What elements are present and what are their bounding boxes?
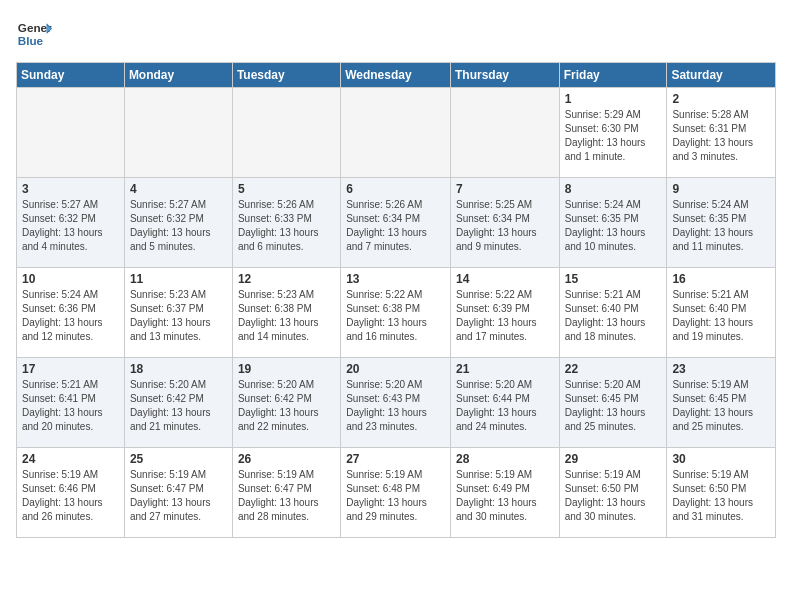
calendar-cell: 2Sunrise: 5:28 AM Sunset: 6:31 PM Daylig… [667,88,776,178]
day-info: Sunrise: 5:21 AM Sunset: 6:41 PM Dayligh… [22,378,119,434]
day-number: 27 [346,452,445,466]
calendar-cell: 19Sunrise: 5:20 AM Sunset: 6:42 PM Dayli… [232,358,340,448]
col-header-saturday: Saturday [667,63,776,88]
day-info: Sunrise: 5:25 AM Sunset: 6:34 PM Dayligh… [456,198,554,254]
calendar-cell: 3Sunrise: 5:27 AM Sunset: 6:32 PM Daylig… [17,178,125,268]
day-number: 6 [346,182,445,196]
calendar-cell: 6Sunrise: 5:26 AM Sunset: 6:34 PM Daylig… [341,178,451,268]
day-number: 22 [565,362,662,376]
day-number: 18 [130,362,227,376]
calendar-cell: 7Sunrise: 5:25 AM Sunset: 6:34 PM Daylig… [450,178,559,268]
day-info: Sunrise: 5:19 AM Sunset: 6:46 PM Dayligh… [22,468,119,524]
calendar-cell: 12Sunrise: 5:23 AM Sunset: 6:38 PM Dayli… [232,268,340,358]
day-number: 29 [565,452,662,466]
col-header-tuesday: Tuesday [232,63,340,88]
calendar-cell: 17Sunrise: 5:21 AM Sunset: 6:41 PM Dayli… [17,358,125,448]
day-info: Sunrise: 5:20 AM Sunset: 6:43 PM Dayligh… [346,378,445,434]
day-info: Sunrise: 5:27 AM Sunset: 6:32 PM Dayligh… [130,198,227,254]
calendar-cell: 25Sunrise: 5:19 AM Sunset: 6:47 PM Dayli… [124,448,232,538]
day-number: 24 [22,452,119,466]
day-number: 25 [130,452,227,466]
day-info: Sunrise: 5:28 AM Sunset: 6:31 PM Dayligh… [672,108,770,164]
day-number: 8 [565,182,662,196]
day-info: Sunrise: 5:26 AM Sunset: 6:33 PM Dayligh… [238,198,335,254]
logo: General Blue [16,16,52,52]
day-number: 28 [456,452,554,466]
col-header-thursday: Thursday [450,63,559,88]
col-header-sunday: Sunday [17,63,125,88]
calendar-cell: 23Sunrise: 5:19 AM Sunset: 6:45 PM Dayli… [667,358,776,448]
day-info: Sunrise: 5:20 AM Sunset: 6:45 PM Dayligh… [565,378,662,434]
calendar-cell: 26Sunrise: 5:19 AM Sunset: 6:47 PM Dayli… [232,448,340,538]
day-info: Sunrise: 5:21 AM Sunset: 6:40 PM Dayligh… [672,288,770,344]
calendar-cell [17,88,125,178]
day-number: 19 [238,362,335,376]
calendar-cell: 22Sunrise: 5:20 AM Sunset: 6:45 PM Dayli… [559,358,667,448]
calendar-cell: 13Sunrise: 5:22 AM Sunset: 6:38 PM Dayli… [341,268,451,358]
calendar-cell [450,88,559,178]
day-number: 13 [346,272,445,286]
day-number: 30 [672,452,770,466]
calendar-cell [341,88,451,178]
calendar-cell [232,88,340,178]
day-info: Sunrise: 5:19 AM Sunset: 6:47 PM Dayligh… [238,468,335,524]
day-number: 5 [238,182,335,196]
day-info: Sunrise: 5:19 AM Sunset: 6:49 PM Dayligh… [456,468,554,524]
calendar-cell: 8Sunrise: 5:24 AM Sunset: 6:35 PM Daylig… [559,178,667,268]
calendar-week-row: 24Sunrise: 5:19 AM Sunset: 6:46 PM Dayli… [17,448,776,538]
calendar-cell: 18Sunrise: 5:20 AM Sunset: 6:42 PM Dayli… [124,358,232,448]
calendar-header-row: SundayMondayTuesdayWednesdayThursdayFrid… [17,63,776,88]
day-info: Sunrise: 5:26 AM Sunset: 6:34 PM Dayligh… [346,198,445,254]
calendar-cell: 28Sunrise: 5:19 AM Sunset: 6:49 PM Dayli… [450,448,559,538]
day-number: 20 [346,362,445,376]
day-info: Sunrise: 5:23 AM Sunset: 6:37 PM Dayligh… [130,288,227,344]
col-header-friday: Friday [559,63,667,88]
calendar-week-row: 10Sunrise: 5:24 AM Sunset: 6:36 PM Dayli… [17,268,776,358]
day-number: 16 [672,272,770,286]
day-number: 1 [565,92,662,106]
day-number: 14 [456,272,554,286]
day-number: 4 [130,182,227,196]
day-number: 26 [238,452,335,466]
day-number: 3 [22,182,119,196]
day-info: Sunrise: 5:23 AM Sunset: 6:38 PM Dayligh… [238,288,335,344]
calendar-week-row: 1Sunrise: 5:29 AM Sunset: 6:30 PM Daylig… [17,88,776,178]
day-number: 15 [565,272,662,286]
calendar-cell: 14Sunrise: 5:22 AM Sunset: 6:39 PM Dayli… [450,268,559,358]
calendar-cell: 15Sunrise: 5:21 AM Sunset: 6:40 PM Dayli… [559,268,667,358]
calendar-cell: 10Sunrise: 5:24 AM Sunset: 6:36 PM Dayli… [17,268,125,358]
calendar-cell [124,88,232,178]
calendar-cell: 21Sunrise: 5:20 AM Sunset: 6:44 PM Dayli… [450,358,559,448]
logo-icon: General Blue [16,16,52,52]
calendar-cell: 5Sunrise: 5:26 AM Sunset: 6:33 PM Daylig… [232,178,340,268]
svg-text:Blue: Blue [18,34,44,47]
calendar-cell: 24Sunrise: 5:19 AM Sunset: 6:46 PM Dayli… [17,448,125,538]
calendar-cell: 11Sunrise: 5:23 AM Sunset: 6:37 PM Dayli… [124,268,232,358]
day-info: Sunrise: 5:21 AM Sunset: 6:40 PM Dayligh… [565,288,662,344]
day-info: Sunrise: 5:20 AM Sunset: 6:44 PM Dayligh… [456,378,554,434]
calendar-cell: 20Sunrise: 5:20 AM Sunset: 6:43 PM Dayli… [341,358,451,448]
day-info: Sunrise: 5:20 AM Sunset: 6:42 PM Dayligh… [130,378,227,434]
day-info: Sunrise: 5:24 AM Sunset: 6:35 PM Dayligh… [565,198,662,254]
day-info: Sunrise: 5:19 AM Sunset: 6:50 PM Dayligh… [672,468,770,524]
day-info: Sunrise: 5:19 AM Sunset: 6:48 PM Dayligh… [346,468,445,524]
day-info: Sunrise: 5:22 AM Sunset: 6:39 PM Dayligh… [456,288,554,344]
day-info: Sunrise: 5:20 AM Sunset: 6:42 PM Dayligh… [238,378,335,434]
calendar-cell: 4Sunrise: 5:27 AM Sunset: 6:32 PM Daylig… [124,178,232,268]
day-info: Sunrise: 5:19 AM Sunset: 6:47 PM Dayligh… [130,468,227,524]
day-info: Sunrise: 5:19 AM Sunset: 6:45 PM Dayligh… [672,378,770,434]
day-number: 9 [672,182,770,196]
calendar-cell: 27Sunrise: 5:19 AM Sunset: 6:48 PM Dayli… [341,448,451,538]
day-number: 17 [22,362,119,376]
page-header: General Blue [16,16,776,52]
col-header-wednesday: Wednesday [341,63,451,88]
calendar-cell: 1Sunrise: 5:29 AM Sunset: 6:30 PM Daylig… [559,88,667,178]
calendar-cell: 29Sunrise: 5:19 AM Sunset: 6:50 PM Dayli… [559,448,667,538]
day-info: Sunrise: 5:19 AM Sunset: 6:50 PM Dayligh… [565,468,662,524]
calendar-cell: 30Sunrise: 5:19 AM Sunset: 6:50 PM Dayli… [667,448,776,538]
day-number: 21 [456,362,554,376]
day-number: 2 [672,92,770,106]
calendar-week-row: 3Sunrise: 5:27 AM Sunset: 6:32 PM Daylig… [17,178,776,268]
calendar-week-row: 17Sunrise: 5:21 AM Sunset: 6:41 PM Dayli… [17,358,776,448]
calendar-table: SundayMondayTuesdayWednesdayThursdayFrid… [16,62,776,538]
